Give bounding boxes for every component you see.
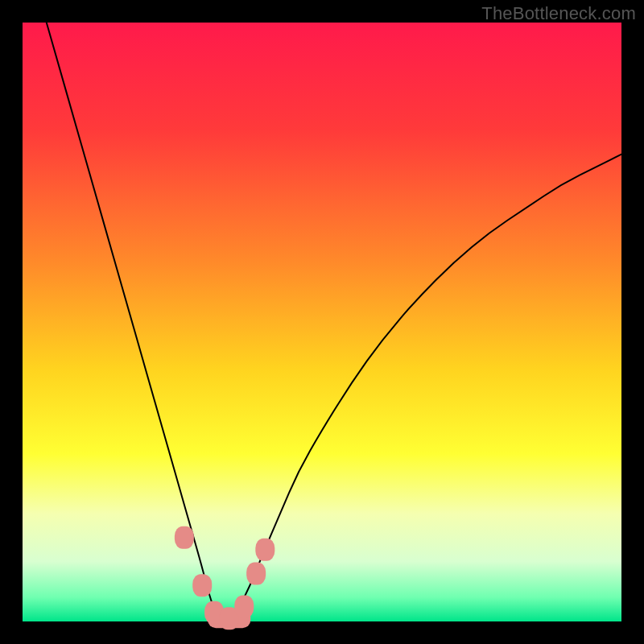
data-marker [246,562,266,584]
data-marker [175,526,194,549]
plot-svg [0,0,644,644]
data-marker [255,539,275,561]
chart-canvas: TheBottleneck.com [0,0,644,644]
data-marker [234,595,254,617]
plot-background [23,23,621,621]
data-marker [192,574,212,597]
watermark-label: TheBottleneck.com [481,3,636,24]
